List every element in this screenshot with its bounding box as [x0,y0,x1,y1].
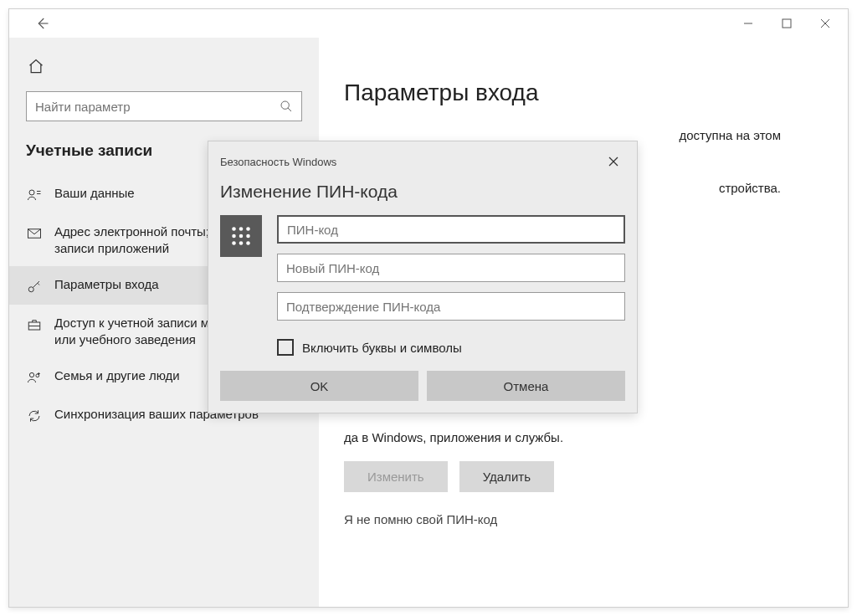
svg-line-12 [38,283,39,285]
key-icon [26,278,43,295]
svg-point-24 [232,234,236,239]
dialog-body [208,215,637,334]
pinpad-icon [220,215,262,257]
svg-point-29 [246,241,250,245]
ok-button[interactable]: OK [220,371,418,401]
letters-symbols-checkbox[interactable] [277,339,294,356]
sidebar-item-label: Семья и другие люди [54,367,180,384]
dialog-buttons: OK Отмена [208,371,637,413]
confirm-pin-input[interactable] [277,292,625,321]
svg-point-15 [29,372,33,377]
svg-point-25 [239,234,244,239]
forgot-pin-link[interactable]: Я не помню свой ПИН-код [344,512,814,526]
minimize-icon [743,18,753,28]
briefcase-icon [26,316,43,333]
sidebar-item-label: Ваши данные [54,185,135,202]
sync-icon [26,408,43,424]
svg-point-6 [29,190,34,195]
svg-point-4 [281,101,289,109]
home-icon [28,58,44,74]
pin-buttons: Изменить Удалить [344,461,814,492]
search-input[interactable] [35,100,280,114]
svg-point-26 [246,234,250,239]
pin-fields [277,215,625,321]
people-icon [26,369,43,386]
sidebar-item-label: Параметры входа [54,276,159,293]
arrow-left-icon [34,16,49,31]
current-pin-input[interactable] [277,215,625,244]
svg-point-10 [28,287,33,292]
dialog-close-button[interactable] [602,150,625,173]
mail-icon [26,225,43,242]
change-pin-dialog: Безопасность Windows Изменение ПИН-кода … [208,141,638,413]
maximize-icon [782,18,792,28]
back-button[interactable] [26,10,58,37]
close-icon [820,18,830,28]
page-title: Параметры входа [344,80,814,106]
dialog-header-title: Безопасность Windows [220,156,336,168]
maximize-button[interactable] [767,10,806,37]
svg-point-28 [239,241,244,245]
checkbox-row[interactable]: Включить буквы и символы [208,334,637,371]
svg-rect-1 [783,19,791,28]
svg-point-22 [239,227,244,231]
svg-point-23 [246,227,250,231]
checkbox-label: Включить буквы и символы [302,341,462,355]
dialog-title: Изменение ПИН-кода [208,178,637,215]
cancel-button[interactable]: Отмена [427,371,625,401]
svg-line-5 [288,108,291,111]
delete-pin-button[interactable]: Удалить [459,461,554,492]
dialog-header: Безопасность Windows [208,141,637,178]
close-icon [608,157,618,167]
home-button[interactable] [28,58,319,74]
svg-point-27 [232,241,236,245]
search-icon [280,100,293,113]
body-text-3: да в Windows, приложения и службы. [344,429,814,448]
svg-point-21 [232,227,236,231]
minimize-button[interactable] [729,10,767,37]
new-pin-input[interactable] [277,254,625,282]
person-card-icon [26,187,43,203]
change-pin-button[interactable]: Изменить [344,461,448,492]
search-input-container[interactable] [26,91,302,121]
close-button[interactable] [806,10,844,37]
titlebar [9,9,848,38]
